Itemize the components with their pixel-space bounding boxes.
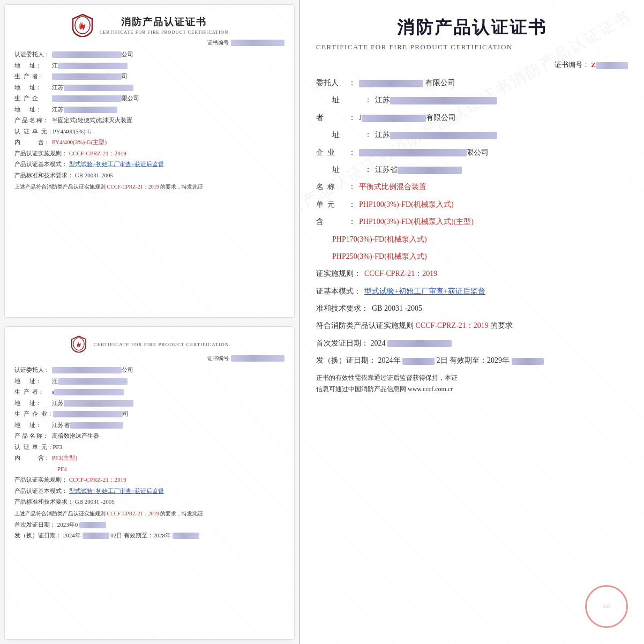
official-seal: 认证 — [585, 585, 628, 628]
cert1-field-0: 认证委托人： 公司 — [14, 50, 284, 59]
cert2-unit: 认 证 单 元： PF3 — [14, 443, 284, 452]
cert2-field-1: 地 址： 汪 — [14, 377, 284, 386]
cert1-mode-row: 产品认证基本模式： 型式试验+初始工厂审查+获证后监督 — [14, 160, 284, 169]
right-addr2: 址 ： 江苏 — [316, 129, 628, 141]
right-enterprise: 企 业 ： 限公司 — [316, 147, 628, 159]
cert2-number-label: 证书编号 — [207, 355, 229, 362]
right-panel: 消防产品认证证书 CERTIFICATE FOR FIRE PRODUCT CE… — [300, 0, 644, 644]
cert1-rule: 产品认证实施规则： CCCF-CPRZ-21：2019 — [14, 149, 284, 158]
right-addr3: 址 ： 江苏省 — [316, 164, 628, 176]
blurred-0 — [52, 51, 122, 58]
cert1-title-en: CERTIFICATE FOR FIRE PRODUCT CERTIFICATI… — [100, 29, 229, 35]
cert2-number-row: 证书编号 — [14, 355, 284, 362]
cert2-content2: PF4 — [14, 465, 284, 474]
cert1-header: 消防产品认证证书 CERTIFICATE FOR FIRE PRODUCT CE… — [14, 13, 284, 37]
right-entrust: 委托人 ： 有限公司 — [316, 77, 628, 89]
cert1-content: 内 含： PY4/400(3%)-G(主型) — [14, 138, 284, 147]
right-number-row: 证书编号： Z — [316, 60, 628, 70]
cert2-mode: 产品认证基本模式： 型式试验+初始工厂审查+获证后监督 — [14, 486, 284, 496]
cert1-field-4: 生 产 企 限公司 — [14, 94, 284, 103]
cert1-label-3: 地 址： — [14, 83, 52, 92]
cert1-value-4: 限公司 — [52, 94, 284, 103]
right-standard: 准和技术要求 ： GB 20031 -2005 — [316, 303, 628, 314]
cert1-title-zh: 消防产品认证证书 — [100, 16, 229, 28]
cert1-label-0: 认证委托人： — [14, 50, 52, 59]
cert1-field-2: 生 产 者： 司 — [14, 72, 284, 81]
cert1-number-row: 证书编号 — [14, 39, 284, 47]
cert2-title-en: CERTIFICATE FOR FIRE PRODUCT CERTIFICATI… — [94, 342, 229, 347]
cert2-content1: 内 含： PF3(主型) — [14, 453, 284, 462]
cert2-statement: 上述产品符合消防类产品认证实施规则 CCCF-CPRZ-21：2019 的要求，… — [14, 510, 284, 518]
right-content-2: PHP170(3%)-FD(机械泵入式) — [316, 234, 628, 245]
cert1-label-2: 生 产 者： — [14, 72, 52, 81]
cert1-unit-label: 认 证 单 元： — [14, 127, 53, 136]
cert1-standard-row: 产品标准和技术要求： GB 20031-2005 — [14, 171, 284, 180]
right-statement: 符合消防类产品认证实施规则 CCCF-CPRZ-21：2019 的要求 — [316, 320, 628, 332]
cert-card-2: CERTIFICATE FOR FIRE PRODUCT CERTIFICATI… — [4, 326, 295, 640]
cert1-product-name: 产 品 名 称： 半固定式(轻便式)泡沫灭火装置 — [14, 116, 284, 125]
cert2-product: 产 品 名 称： 高倍数泡沫产生器 — [14, 431, 284, 440]
cert1-field-5: 地 址： 江苏 — [14, 105, 284, 114]
cert2-standard: 产品标准和技术要求： GB 20031 -2005 — [14, 497, 284, 506]
cert2-field-2: 生 产 者： s — [14, 387, 284, 396]
right-content-3: PHP250(3%)-FD(机械泵入式) — [316, 251, 628, 263]
cert1-value-1: 江 — [52, 61, 284, 70]
cert1-cert-unit: 认 证 单 元： PY4/400(3%)-G — [14, 127, 284, 136]
right-first-issue: 首次发证日期： 2024 — [316, 338, 628, 349]
cert2-first-issue: 首次发证日期： 2023年0 — [14, 520, 284, 529]
right-producer: 者 ： J有限公司 — [316, 112, 628, 124]
cert1-value-5: 江苏 — [52, 105, 284, 114]
cert1-value-2: 司 — [52, 72, 284, 81]
cert2-header: CERTIFICATE FOR FIRE PRODUCT CERTIFICATI… — [14, 335, 284, 353]
cert2-number-value — [231, 355, 284, 362]
cert1-number-label: 证书编号 — [207, 39, 229, 47]
cert1-product-label: 产 品 名 称： — [14, 116, 52, 125]
blurred-5 — [64, 107, 117, 113]
cert1-rule-row: 产品认证实施规则： CCCF-CPRZ-21：2019 — [14, 149, 284, 158]
cert1-product-value: 半固定式(轻便式)泡沫灭火装置 — [52, 116, 284, 125]
right-addr1: 址 ： 江苏 — [316, 94, 628, 106]
cert1-content-label: 内 含： — [14, 138, 52, 147]
right-content-1: 含 ： PHP100(3%)-FD(机械泵入式)(主型) — [316, 216, 628, 228]
cert1-content-value: PY4/400(3%)-G(主型) — [52, 138, 284, 147]
cert1-value-3: 江苏 — [52, 83, 284, 92]
right-product: 名 称 ： 平衡式比例混合装置 — [316, 181, 628, 193]
cert-card-1: 消防产品认证证书 CERTIFICATE FOR FIRE PRODUCT CE… — [4, 4, 295, 318]
cert1-standard: 产品标准和技术要求： GB 20031-2005 — [14, 171, 284, 180]
fire-logo-icon — [71, 13, 94, 37]
right-rule: 证实施规则 ： CCCF-CPRZ-21：2019 — [316, 268, 628, 280]
right-title-en: CERTIFICATE FOR FIRE PRODUCT CERTIFICATI… — [316, 43, 628, 51]
right-mode: 证基本模式 ： 型式试验+初始工厂审查+获证后监督 — [316, 286, 628, 297]
cert2-field-3: 地 址： 江苏 — [14, 399, 284, 408]
cert1-field-3: 地 址： 江苏 — [14, 83, 284, 92]
blurred-4 — [52, 95, 122, 102]
right-cert-card: 消防产品认证证书 CERTIFICATE FOR FIRE PRODUCT CE… — [300, 0, 644, 644]
cert2-field-5: 地 址： 江苏省 — [14, 421, 284, 430]
right-footer: 正书的有效性需依靠通过证后监督获得保持，本证 信息可通过中国消防产品信息网 ww… — [316, 372, 628, 395]
cert2-renewal: 发（换）证日期： 2024年 02日 有效期至：2028年 — [14, 531, 284, 540]
cert1-unit-value: PY4/400(3%)-G — [53, 127, 285, 136]
cert1-title-block: 消防产品认证证书 CERTIFICATE FOR FIRE PRODUCT CE… — [100, 16, 229, 35]
cert2-rule: 产品认证实施规则： CCCF-CPRZ-21：2019 — [14, 475, 284, 484]
left-panel: 消防产品认证证书 CERTIFICATE FOR FIRE PRODUCT CE… — [0, 0, 300, 644]
cert1-value-0: 公司 — [52, 50, 284, 59]
right-title-zh: 消防产品认证证书 — [316, 16, 628, 40]
blurred-3 — [64, 85, 133, 91]
right-renewal: 发（换）证日期： 2024年 2日 有效期至：2029年 — [316, 355, 628, 366]
cert1-field-1: 地 址： 江 — [14, 61, 284, 70]
cert1-label-5: 地 址： — [14, 105, 52, 114]
right-unit: 单 元 ： PHP100(3%)-FD(机械泵入式) — [316, 199, 628, 211]
blurred-1 — [58, 63, 128, 69]
cert1-label-4: 生 产 企 — [14, 94, 52, 103]
blurred-2 — [52, 73, 122, 80]
cert1-mode: 产品认证基本模式： 型式试验+初始工厂审查+获证后监督 — [14, 160, 284, 169]
cert1-number-value — [231, 40, 284, 46]
cert2-field-4: 生 产 企 业： 司 — [14, 409, 284, 418]
right-cert-content: 消防产品认证证书 CERTIFICATE FOR FIRE PRODUCT CE… — [316, 16, 628, 395]
cert2-field-0: 认证委托人： 公司 — [14, 365, 284, 375]
fire-logo-2-icon — [70, 335, 87, 353]
cert1-statement: 上述产品符合消防类产品认证实施规则 CCCF-CPRZ-21：2019 的要求，… — [14, 183, 284, 191]
cert1-label-1: 地 址： — [14, 61, 52, 70]
